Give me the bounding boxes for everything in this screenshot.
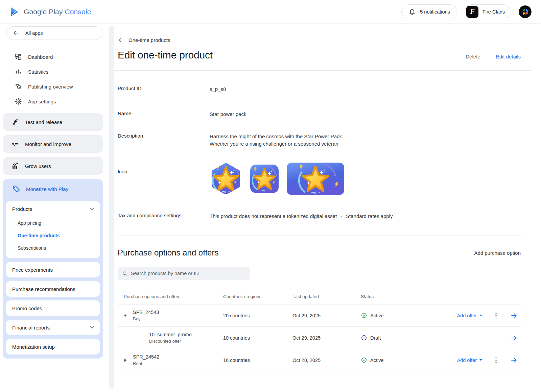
account-avatar[interactable] bbox=[519, 5, 532, 18]
sidebar-item-financial-reports[interactable]: Financial reports bbox=[6, 320, 100, 335]
app-switcher-button[interactable]: F Fire Clans bbox=[465, 4, 511, 19]
edit-details-button[interactable]: Edit details bbox=[496, 54, 521, 59]
growth-chart-icon bbox=[11, 162, 19, 170]
product-id-label: Product ID bbox=[118, 85, 210, 91]
back-arrow-icon[interactable] bbox=[118, 36, 124, 44]
open-row-arrow-button[interactable] bbox=[510, 312, 518, 320]
tax-value: Standard rates apply bbox=[346, 213, 393, 220]
play-console-logo[interactable]: Google Play Console bbox=[10, 7, 91, 17]
sidebar-section-label: Monitor and improve bbox=[25, 141, 71, 147]
sidebar-item-promo-codes[interactable]: Promo codes bbox=[6, 300, 100, 316]
sidebar-item-one-time-products[interactable]: One-time products bbox=[6, 229, 100, 242]
sidebar-section-grow-users[interactable]: Grow users bbox=[3, 157, 103, 175]
back-arrow-icon bbox=[13, 29, 19, 37]
caret-down-icon bbox=[479, 315, 482, 316]
app-logo: F bbox=[466, 6, 478, 18]
product-icon-square bbox=[250, 165, 279, 194]
bar-chart-icon bbox=[14, 68, 22, 76]
breadcrumb[interactable]: One-time products bbox=[118, 36, 521, 44]
card-label: Promo codes bbox=[12, 305, 42, 311]
product-id-field: Product ID s_p_s8 bbox=[118, 85, 521, 93]
sidebar-item-price-experiments[interactable]: Price experiments bbox=[6, 262, 100, 277]
monetize-label: Monetize with Play bbox=[26, 186, 68, 192]
name-field: Name Star power pack bbox=[118, 111, 521, 118]
sidebar-item-app-pricing[interactable]: App pricing bbox=[6, 217, 100, 229]
collapse-expander-button[interactable] bbox=[118, 315, 133, 317]
description-line: Harness the might of the cosmos with the… bbox=[210, 133, 343, 140]
divider bbox=[118, 236, 521, 236]
sidebar-item-publishing-overview[interactable]: Publishing overview bbox=[0, 79, 118, 94]
sidebar-item-subscriptions[interactable]: Subscriptions bbox=[6, 242, 100, 254]
subitem-label: One-time products bbox=[18, 233, 60, 238]
subitem-label: Subscriptions bbox=[18, 245, 46, 251]
all-apps-button[interactable]: All apps bbox=[6, 26, 102, 40]
table-row[interactable]: SPR_24542 Rent 16 countries Oct 28, 2025… bbox=[118, 349, 521, 371]
sidebar-item-monetization-setup[interactable]: Monetization setup bbox=[6, 339, 100, 354]
notifications-label: 5 notifications bbox=[420, 9, 450, 15]
add-purchase-option-button[interactable]: Add purchase option bbox=[474, 250, 521, 256]
column-header: Countries / regions bbox=[223, 294, 292, 299]
last-updated-cell: Oct 29, 2025 bbox=[292, 335, 361, 341]
sidebar-scrollbar[interactable] bbox=[109, 26, 114, 389]
status-badge: Draft bbox=[370, 335, 381, 341]
name-value: Star power pack bbox=[210, 111, 246, 118]
sidebar-item-statistics[interactable]: Statistics bbox=[0, 64, 118, 79]
more-options-button[interactable] bbox=[495, 356, 497, 364]
chevron-down-icon bbox=[90, 205, 94, 213]
divider bbox=[109, 70, 531, 71]
sidebar-item-purchase-recommendations[interactable]: Purchase recommendations bbox=[6, 281, 100, 297]
gear-icon bbox=[14, 97, 22, 105]
notifications-button[interactable]: 5 notifications bbox=[401, 4, 457, 19]
last-updated-cell: Oct 28, 2025 bbox=[292, 358, 361, 363]
last-updated-cell: Oct 29, 2025 bbox=[292, 313, 361, 318]
all-apps-label: All apps bbox=[25, 30, 43, 36]
sidebar-item-label: App settings bbox=[28, 99, 56, 104]
add-offer-label: Add offer bbox=[457, 358, 477, 363]
clock-icon bbox=[361, 334, 367, 342]
table-row[interactable]: 10_summer_promo Discounted offer 10 coun… bbox=[118, 326, 521, 349]
card-label: Financial reports bbox=[12, 325, 50, 330]
add-offer-button[interactable]: Add offer bbox=[457, 358, 482, 363]
table-header: Purchase options and offers Countries / … bbox=[118, 289, 521, 304]
tag-icon bbox=[12, 185, 20, 193]
add-offer-label: Add offer bbox=[457, 313, 477, 318]
purchase-option-id: SPR_24542 bbox=[133, 354, 159, 360]
dot-separator bbox=[341, 216, 342, 217]
search-input[interactable] bbox=[131, 271, 246, 276]
countries-cell: 20 countries bbox=[223, 313, 292, 318]
icon-field: Icon bbox=[118, 163, 521, 196]
add-offer-button[interactable]: Add offer bbox=[457, 313, 482, 318]
page-title: Edit one-time product bbox=[118, 49, 213, 61]
table-row[interactable]: SPB_24543 Buy 20 countries Oct 29, 2025 … bbox=[118, 304, 521, 326]
more-options-button[interactable] bbox=[495, 312, 497, 320]
breadcrumb-label: One-time products bbox=[128, 37, 170, 43]
sidebar-section-monitor-and-improve[interactable]: Monitor and improve bbox=[3, 135, 103, 153]
countries-cell: 16 countries bbox=[223, 358, 292, 363]
sidebar-item-app-settings[interactable]: App settings bbox=[0, 94, 118, 109]
name-label: Name bbox=[118, 111, 210, 116]
sidebar-item-dashboard[interactable]: Dashboard bbox=[0, 49, 118, 64]
sidebar-item-products[interactable]: Products bbox=[6, 201, 100, 217]
open-row-arrow-button[interactable] bbox=[510, 356, 518, 364]
description-field: Description Harness the might of the cos… bbox=[118, 133, 521, 148]
sidebar-section-monetize-with-play[interactable]: Monetize with Play bbox=[6, 180, 100, 197]
tax-label: Tax and compliance settings bbox=[118, 213, 210, 218]
sidebar-section-test-and-release[interactable]: Test and release bbox=[3, 113, 103, 131]
products-label: Products bbox=[12, 206, 32, 212]
subitem-label: App pricing bbox=[18, 220, 41, 226]
countries-cell: 10 countries bbox=[223, 335, 292, 341]
open-row-arrow-button[interactable] bbox=[510, 334, 518, 342]
search-icon bbox=[122, 269, 128, 277]
column-header: Last updated bbox=[292, 294, 361, 299]
sidebar-section-label: Grow users bbox=[25, 163, 51, 169]
purchase-options-table: Purchase options and offers Countries / … bbox=[118, 289, 521, 371]
expand-expander-button[interactable] bbox=[118, 359, 133, 362]
triangle-down-icon bbox=[124, 315, 127, 317]
column-header: Status bbox=[361, 294, 435, 299]
sidebar-item-label: Publishing overview bbox=[28, 84, 73, 90]
tax-field: Tax and compliance settings This product… bbox=[118, 213, 521, 220]
delete-button[interactable]: Delete bbox=[466, 54, 480, 59]
status-badge: Active bbox=[370, 313, 384, 318]
section-title: Purchase options and offers bbox=[118, 248, 218, 258]
app-name: Fire Clans bbox=[483, 9, 505, 15]
